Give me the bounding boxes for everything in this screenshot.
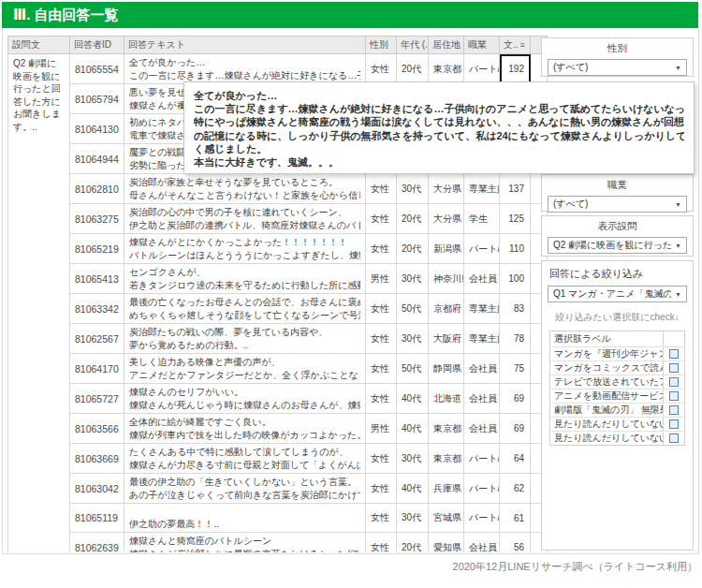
tooltip-line: この一言に尽きます…煉獄さんが絶対に好きになる…子供向けのアニメと思って舐めてた… [194, 102, 684, 115]
tooltip-line: 特にやっぱ煉獄さんと猗窩座の戦う場面は涙なくしては見れない、、、あんなに熱い男の… [194, 115, 684, 128]
char-count-cell: 100 [500, 264, 531, 294]
checkbox-icon[interactable] [669, 349, 679, 359]
question-cell: Q2 劇場に映画を観に行ったと回答した方にお聞きします。.. [8, 54, 70, 553]
tooltip-line: く感じました。 [194, 142, 684, 155]
residence-cell: 新潟県 [429, 234, 464, 264]
respondent-id-cell: 81062567 [70, 324, 124, 354]
respondent-id-cell: 81065794 [70, 84, 124, 114]
col-header-chars[interactable]: 文..≡ [500, 37, 531, 54]
job-cell: パート/.. [464, 234, 500, 264]
checkbox-icon[interactable] [669, 391, 679, 401]
option-checkbox-cell [663, 418, 684, 431]
answer-filter-label: 回答による絞り込み [542, 261, 693, 282]
residence-cell: 兵庫県 [429, 474, 464, 504]
answer-line-1: たくさんある中で特に感動して涙してしまうのが、 [129, 446, 360, 459]
answer-line-2: 煉獄さんが炭治郎たちに最期の言葉をかけるシーン/伊之助が.. [129, 548, 360, 553]
checkbox-icon[interactable] [669, 434, 679, 443]
chevron-down-icon: ▼ [675, 291, 681, 298]
job-filter-label: 職業 [542, 175, 693, 192]
option-row: 見たり読んだりしていない.. [550, 431, 684, 445]
answer-line-2: 煉獄さんが死んじゃう時に煉獄さんのお母さんが、煉獄さんに.. [129, 399, 360, 412]
residence-cell: 大分県 [429, 204, 464, 234]
table-row: 81063275炭治郎の心の中で男の子を核に連れていくシーン、伊之助と炭治郎の連… [8, 204, 548, 234]
age-cell: 40代 [397, 384, 429, 414]
tooltip-line: の記憶になる時に、しっかり子供の無邪気さを持っていて、私は24にもなって煉獄さん… [194, 129, 684, 142]
answer-line-1: 炭治郎が家族と幸せそうな夢を見ているところ。 [129, 176, 360, 189]
sort-filter-icon[interactable]: ≡ [520, 40, 525, 50]
char-count-cell: 83 [500, 294, 531, 324]
option-checkbox-cell [663, 390, 684, 403]
char-count-cell: 56 [500, 533, 531, 553]
job-cell: 会社員 [464, 533, 500, 553]
job-cell: 専業主婦.. [464, 294, 500, 324]
answer-line-2: めちゃくちゃ嬉しそうな顔をして亡くなるシーンで号泣してし.. [129, 309, 360, 322]
table-header-row: 設問文 回答者ID 回答テキスト 性別 年代 (.. 居住地 職業 文..≡ [8, 37, 548, 54]
chevron-down-icon: ▼ [675, 65, 681, 71]
tooltip-line: 本当に大好きです、鬼滅。。。 [194, 155, 684, 169]
answer-line-2: 伊之助と炭治郎の連携バトル、猗窩座対煉獄さんのバトル、煉.. [129, 219, 360, 232]
col-header-answer-text: 回答テキスト [124, 37, 366, 54]
option-label: 劇場版「鬼滅の刃」 無限列.. [550, 404, 663, 417]
option-checkbox-cell [663, 404, 684, 417]
answer-text-cell: 煉獄さんのセリフがいい。煉獄さんが死んじゃう時に煉獄さんのお母さんが、煉獄さんに… [124, 384, 366, 414]
answer-line-1: 全体的に絵が綺麗ですごく良い。 [129, 416, 360, 429]
char-count-cell: 61 [500, 504, 531, 533]
option-list-header-cb-col [663, 331, 684, 346]
checkbox-icon[interactable] [669, 363, 679, 373]
answer-line-2: 煉獄が列車内で技を出した時の映像がカッコよかった。.. [129, 429, 360, 442]
gender-filter-value: (すべて) [553, 61, 588, 74]
answer-line-1: 美しく迫力ある映像と声優の声が、 [129, 356, 360, 369]
char-count-cell: 125 [500, 204, 531, 234]
col-header-question: 設問文 [8, 37, 70, 54]
checkbox-icon[interactable] [669, 377, 679, 387]
residence-cell: 大分県 [429, 174, 464, 204]
answer-text-cell: 炭治郎が家族と幸せそうな夢を見ているところ。母さんがそんなこと言うわけない！と家… [124, 174, 366, 204]
age-cell: 20代 [397, 533, 429, 553]
option-checkbox-cell [663, 347, 684, 360]
col-header-respondent-id: 回答者ID [70, 37, 124, 54]
residence-cell: 宮城県 [429, 504, 464, 533]
job-cell: 学生 [464, 204, 500, 234]
age-cell: 40代 [397, 414, 429, 444]
table-row: 81063342最後の亡くなったお母さんとの会話で、お母さんに褒められ、めちゃく… [8, 294, 548, 324]
gender-filter-dropdown[interactable]: (すべて) ▼ [548, 59, 687, 76]
checkbox-icon[interactable] [669, 405, 679, 415]
checkbox-icon[interactable] [669, 419, 679, 429]
gender-cell: 女性 [366, 294, 397, 324]
table-row: Q2 劇場に映画を観に行ったと回答した方にお聞きします。..81065554全て… [8, 54, 548, 84]
age-cell: 30代 [397, 444, 429, 474]
char-count-cell: 69 [500, 414, 531, 444]
answer-line-2: 若きタンジロウ達の未来を守るために行動した所に感動した。.. [129, 279, 360, 292]
question-select-panel: 表示設問 Q2 劇場に映画を観に行ったと回… ▼ [541, 215, 694, 257]
answer-text-cell: 伊之助の夢最高！！.. [124, 504, 366, 533]
residence-cell: 北海道 [429, 384, 464, 414]
age-cell: 40代 [397, 474, 429, 504]
gender-cell: 女性 [366, 174, 397, 204]
col-header-age: 年代 (.. [397, 37, 429, 54]
question-select-dropdown[interactable]: Q2 劇場に映画を観に行ったと回… ▼ [548, 237, 687, 254]
option-row: マンガをコミックスで読んだ [550, 360, 684, 375]
table-row: 81063042最後の伊之助の「生きていくしかない」という言葉。あの子が泣きじゃ… [8, 474, 548, 504]
option-row: アニメを動画配信サービス.. [550, 389, 684, 403]
respondent-id-cell: 81064170 [70, 354, 124, 384]
answer-line-1: 炭治郎の心の中で男の子を核に連れていくシーン、 [129, 206, 360, 219]
option-list: 選択肢ラベル マンガを『週刊少年ジャン..マンガをコミックスで読んだテレビで放送… [549, 331, 685, 446]
question-select-label: 表示設問 [542, 216, 693, 233]
answer-line-1: 煉獄さんと猗窩座のバトルシーン [129, 535, 360, 548]
option-checkbox-cell [663, 375, 684, 389]
job-cell: 専業主婦.. [464, 174, 500, 204]
chevron-down-icon: ▼ [675, 201, 681, 208]
job-filter-dropdown[interactable]: (すべて) ▼ [548, 196, 687, 213]
option-label: マンガを『週刊少年ジャン.. [550, 347, 663, 360]
residence-cell: 東京都 [429, 54, 464, 84]
age-cell: 20代 [397, 234, 429, 264]
gender-cell: 女性 [366, 474, 397, 504]
job-cell: パート/.. [464, 504, 500, 533]
answer-text-cell: 炭治郎の心の中で男の子を核に連れていくシーン、伊之助と炭治郎の連携バトル、猗窩座… [124, 204, 366, 234]
option-list-header-label: 選択肢ラベル [550, 332, 663, 345]
age-cell: 20代 [397, 204, 429, 234]
respondent-id-cell: 81063042 [70, 474, 124, 504]
table-row: 81065727煉獄さんのセリフがいい。煉獄さんが死んじゃう時に煉獄さんのお母さ… [8, 384, 548, 414]
answer-filter-dropdown[interactable]: Q1 マンガ・アニメ「鬼滅の刃」… ▼ [548, 286, 687, 302]
answer-line-2: 夢から覚めるための行動。.. [129, 339, 360, 352]
